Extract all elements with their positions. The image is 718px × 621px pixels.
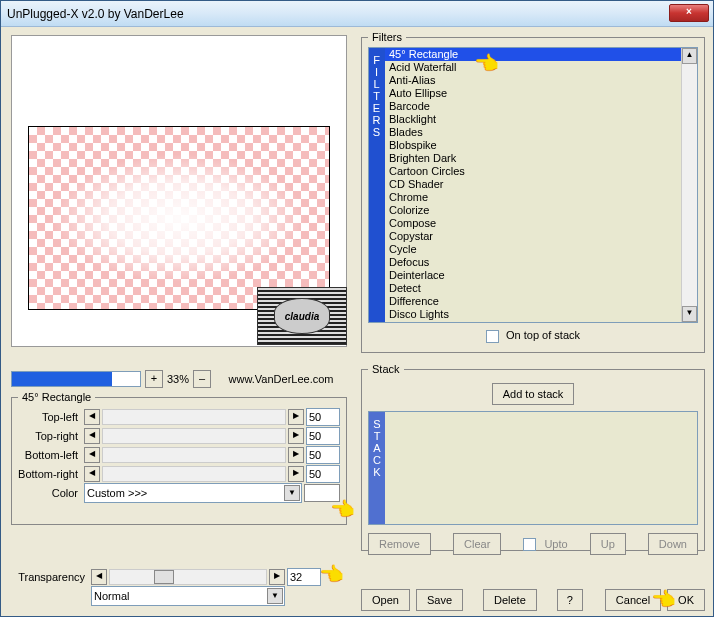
titlebar: UnPlugged-X v2.0 by VanDerLee ×	[1, 1, 713, 27]
filters-legend: Filters	[368, 31, 406, 43]
window-title: UnPlugged-X v2.0 by VanDerLee	[7, 7, 184, 21]
param-input[interactable]	[306, 427, 340, 445]
filter-item[interactable]: Colorize	[385, 204, 681, 217]
filter-item[interactable]: Copystar	[385, 230, 681, 243]
content-area: claudia Filters F I L T E R S 45° Rectan…	[7, 31, 707, 610]
watermark-text: claudia	[274, 298, 330, 334]
arrow-left-icon[interactable]: ◀	[84, 466, 100, 482]
remove-button[interactable]: Remove	[368, 533, 431, 555]
transparency-input[interactable]	[287, 568, 321, 586]
add-to-stack-button[interactable]: Add to stack	[492, 383, 575, 405]
param-slider[interactable]	[102, 447, 286, 463]
arrow-right-icon[interactable]: ▶	[288, 466, 304, 482]
param-input[interactable]	[306, 408, 340, 426]
upto-checkbox[interactable]	[523, 538, 536, 551]
filter-item[interactable]: Chrome	[385, 191, 681, 204]
filter-item[interactable]: Auto Ellipse	[385, 87, 681, 100]
filter-item[interactable]: Acid Waterfall	[385, 61, 681, 74]
arrow-left-icon[interactable]: ◀	[91, 569, 107, 585]
filters-fieldset: Filters F I L T E R S 45° RectangleAcid …	[361, 31, 705, 353]
filter-item[interactable]: Detect	[385, 282, 681, 295]
param-slider[interactable]	[102, 466, 286, 482]
zoom-percent-label: 33%	[167, 373, 189, 385]
params-fieldset: 45° Rectangle Top-left◀▶Top-right◀▶Botto…	[11, 391, 347, 525]
zoom-row: + 33% – www.VanDerLee.com	[11, 369, 347, 389]
filter-item[interactable]: CD Shader	[385, 178, 681, 191]
arrow-left-icon[interactable]: ◀	[84, 447, 100, 463]
bottom-button-row: Open Save Delete ? Cancel OK	[361, 589, 705, 611]
filter-item[interactable]: Blades	[385, 126, 681, 139]
vendor-link[interactable]: www.VanDerLee.com	[215, 373, 347, 385]
color-combo[interactable]: Custom >>> ▼	[84, 483, 302, 503]
scroll-down-icon[interactable]: ▼	[682, 306, 697, 322]
blendmode-value: Normal	[94, 590, 129, 602]
stack-buttons-row: Remove Clear Upto Up Down	[368, 525, 698, 555]
param-input[interactable]	[306, 465, 340, 483]
app-window: UnPlugged-X v2.0 by VanDerLee × claudia …	[0, 0, 714, 617]
filter-item[interactable]: Deinterlace	[385, 269, 681, 282]
scroll-up-icon[interactable]: ▲	[682, 48, 697, 64]
filter-item[interactable]: Anti-Alias	[385, 74, 681, 87]
filter-scrollbar[interactable]: ▲ ▼	[681, 48, 697, 322]
filter-item[interactable]: 45° Rectangle	[385, 48, 681, 61]
filter-item[interactable]: Cartoon Circles	[385, 165, 681, 178]
ontop-row: On top of stack	[368, 323, 698, 343]
clear-button[interactable]: Clear	[453, 533, 501, 555]
arrow-left-icon[interactable]: ◀	[84, 428, 100, 444]
color-combo-value: Custom >>>	[87, 487, 147, 499]
arrow-left-icon[interactable]: ◀	[84, 409, 100, 425]
open-button[interactable]: Open	[361, 589, 410, 611]
params-legend: 45° Rectangle	[18, 391, 95, 403]
slider-thumb[interactable]	[154, 570, 174, 584]
filter-item[interactable]: Blacklight	[385, 113, 681, 126]
help-button[interactable]: ?	[557, 589, 583, 611]
arrow-right-icon[interactable]: ▶	[288, 428, 304, 444]
up-button[interactable]: Up	[590, 533, 626, 555]
arrow-right-icon[interactable]: ▶	[288, 447, 304, 463]
transparency-section: Transparency ◀ ▶ Normal ▼	[11, 567, 347, 606]
arrow-right-icon[interactable]: ▶	[269, 569, 285, 585]
zoom-out-button[interactable]: –	[193, 370, 211, 388]
param-label: Top-left	[18, 411, 82, 423]
ontop-checkbox[interactable]	[486, 330, 499, 343]
stack-legend: Stack	[368, 363, 404, 375]
down-button[interactable]: Down	[648, 533, 698, 555]
filter-item[interactable]: Distortion	[385, 321, 681, 322]
param-label: Bottom-left	[18, 449, 82, 461]
color-row: Color Custom >>> ▼	[18, 484, 340, 502]
param-row: Top-right◀▶	[18, 427, 340, 445]
filter-item[interactable]: Compose	[385, 217, 681, 230]
param-slider[interactable]	[102, 428, 286, 444]
stack-list[interactable]	[385, 412, 697, 524]
param-slider[interactable]	[102, 409, 286, 425]
filter-item[interactable]: Barcode	[385, 100, 681, 113]
filter-item[interactable]: Blobspike	[385, 139, 681, 152]
transparency-row: Transparency ◀ ▶	[11, 568, 347, 586]
ok-button[interactable]: OK	[667, 589, 705, 611]
filter-item[interactable]: Difference	[385, 295, 681, 308]
dropdown-arrow-icon[interactable]: ▼	[267, 588, 283, 604]
cancel-button[interactable]: Cancel	[605, 589, 661, 611]
stack-list-container: S T A C K	[368, 411, 698, 525]
preview-canvas[interactable]	[28, 126, 330, 310]
blendmode-combo[interactable]: Normal ▼	[91, 586, 285, 606]
filter-item[interactable]: Brighten Dark	[385, 152, 681, 165]
filters-spine: F I L T E R S	[369, 48, 385, 322]
zoom-in-button[interactable]: +	[145, 370, 163, 388]
save-button[interactable]: Save	[416, 589, 463, 611]
filter-item[interactable]: Cycle	[385, 243, 681, 256]
arrow-right-icon[interactable]: ▶	[288, 409, 304, 425]
filter-list[interactable]: 45° RectangleAcid WaterfallAnti-AliasAut…	[385, 48, 681, 322]
delete-button[interactable]: Delete	[483, 589, 537, 611]
transparency-slider[interactable]	[109, 569, 267, 585]
param-label: Bottom-right	[18, 468, 82, 480]
close-button[interactable]: ×	[669, 4, 709, 22]
zoom-progress[interactable]	[11, 371, 141, 387]
filter-list-container: F I L T E R S 45° RectangleAcid Waterfal…	[368, 47, 698, 323]
dropdown-arrow-icon[interactable]: ▼	[284, 485, 300, 501]
param-row: Bottom-right◀▶	[18, 465, 340, 483]
param-input[interactable]	[306, 446, 340, 464]
filter-item[interactable]: Defocus	[385, 256, 681, 269]
color-swatch[interactable]	[304, 484, 340, 502]
filter-item[interactable]: Disco Lights	[385, 308, 681, 321]
